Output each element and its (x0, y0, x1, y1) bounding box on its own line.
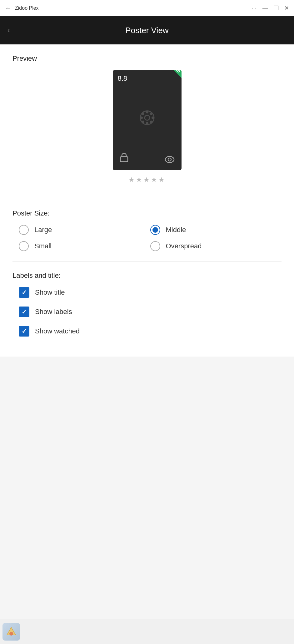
checkbox-item-show-watched[interactable]: ✓ Show watched (19, 326, 282, 337)
poster-card: 8.8 3DBD (113, 70, 182, 170)
radio-label-overspread: Overspread (166, 242, 202, 250)
title-bar-controls: ⋯ — ❐ ✕ (251, 5, 289, 12)
bottom-bar (0, 619, 294, 644)
svg-point-12 (168, 158, 171, 161)
svg-point-4 (140, 117, 143, 119)
radio-item-overspread[interactable]: Overspread (150, 241, 282, 251)
svg-point-8 (150, 113, 152, 115)
poster-badge: 3DBD (160, 70, 182, 92)
label-show-title: Show title (35, 288, 65, 297)
radio-item-middle[interactable]: Middle (150, 225, 282, 235)
page-header: ‹ Poster View (0, 16, 294, 44)
radio-item-large[interactable]: Large (19, 225, 150, 235)
title-bar: ← Zidoo Plex ⋯ — ❐ ✕ (0, 0, 294, 16)
divider-1 (12, 199, 282, 199)
poster-size-section: Poster Size: Large Middle Small Overspre… (12, 209, 282, 251)
checkbox-show-labels[interactable]: ✓ (19, 307, 29, 317)
checkmark-show-labels: ✓ (22, 309, 27, 315)
poster-size-label: Poster Size: (12, 209, 282, 217)
svg-point-9 (142, 121, 144, 123)
poster-stars: ★★★★★ (128, 176, 166, 184)
label-show-watched: Show watched (35, 327, 80, 335)
poster-rating: 8.8 (118, 74, 127, 83)
svg-point-6 (142, 113, 144, 115)
radio-circle-large[interactable] (19, 225, 29, 235)
page-back-button[interactable]: ‹ (7, 26, 10, 34)
restore-icon[interactable]: ❐ (274, 5, 279, 12)
svg-point-11 (165, 156, 174, 163)
preview-section-title: Preview (12, 54, 282, 63)
back-arrow-icon[interactable]: ← (5, 4, 11, 12)
main-content: Preview 8.8 3DBD (0, 44, 294, 357)
more-icon[interactable]: ⋯ (251, 5, 257, 12)
preview-container: 8.8 3DBD (12, 70, 282, 184)
svg-rect-10 (120, 157, 128, 162)
close-icon[interactable]: ✕ (284, 5, 289, 12)
eye-icon (165, 155, 175, 165)
title-bar-left: ← Zidoo Plex (5, 4, 39, 12)
labels-title-label: Labels and title: (12, 271, 282, 280)
radio-label-large: Large (34, 226, 52, 234)
film-reel-icon (137, 108, 157, 133)
minimize-icon[interactable]: — (262, 5, 268, 11)
radio-item-small[interactable]: Small (19, 241, 150, 251)
checkbox-show-watched[interactable]: ✓ (19, 326, 29, 337)
app-name: Zidoo Plex (15, 5, 39, 11)
lock-icon (120, 152, 128, 165)
radio-label-middle: Middle (166, 226, 186, 234)
checkmark-show-watched: ✓ (22, 328, 27, 334)
checkbox-item-show-labels[interactable]: ✓ Show labels (19, 307, 282, 317)
checkbox-show-title[interactable]: ✓ (19, 287, 29, 298)
svg-point-7 (150, 121, 152, 123)
checkbox-item-show-title[interactable]: ✓ Show title (19, 287, 282, 298)
svg-point-2 (146, 111, 148, 114)
svg-point-1 (145, 115, 150, 120)
checkbox-list: ✓ Show title ✓ Show labels ✓ Show watche… (12, 287, 282, 337)
radio-circle-overspread[interactable] (150, 241, 160, 251)
poster-badge-label: 3DBD (165, 70, 181, 80)
svg-point-5 (152, 117, 154, 119)
radio-circle-small[interactable] (19, 241, 29, 251)
radio-label-small: Small (34, 242, 52, 250)
poster-size-options: Large Middle Small Overspread (12, 225, 282, 251)
svg-point-14 (9, 632, 13, 636)
checkmark-show-title: ✓ (22, 289, 27, 296)
page-title: Poster View (125, 26, 168, 35)
divider-2 (12, 261, 282, 261)
svg-point-3 (146, 122, 148, 125)
app-icon[interactable] (2, 623, 20, 641)
radio-circle-middle[interactable] (150, 225, 160, 235)
labels-title-section: Labels and title: ✓ Show title ✓ Show la… (12, 271, 282, 337)
label-show-labels: Show labels (35, 308, 72, 316)
preview-section: Preview 8.8 3DBD (12, 54, 282, 184)
